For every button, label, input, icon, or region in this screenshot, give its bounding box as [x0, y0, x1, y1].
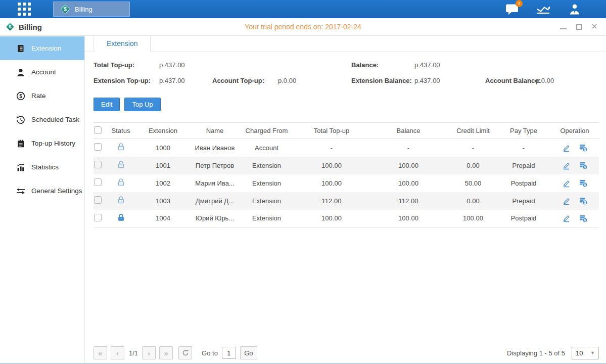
top-up-icon[interactable]: $ — [579, 196, 588, 205]
svg-text:$: $ — [584, 218, 586, 222]
page-size-value: 10 — [576, 349, 583, 357]
cell-pay-type: - — [497, 139, 550, 157]
scheduled-task-icon — [16, 115, 25, 124]
cell-pay-type: Postpaid — [497, 210, 550, 228]
billing-diamond-icon-small: $ — [5, 22, 15, 32]
total-topup-value: p.437.00 — [159, 61, 185, 69]
sidebar-item-scheduled-task[interactable]: Scheduled Task — [0, 108, 84, 131]
sidebar-item-general-settings[interactable]: General Settings — [0, 179, 84, 203]
cell-total-topup: 100.00 — [296, 210, 367, 228]
top-up-icon[interactable]: $ — [579, 143, 588, 152]
extension-topup-label: Extension Top-up: — [94, 77, 151, 84]
general-settings-icon — [16, 187, 25, 196]
row-checkbox[interactable] — [94, 161, 102, 168]
cell-extension: 1003 — [134, 192, 192, 210]
next-page-button[interactable]: › — [142, 346, 156, 359]
cell-charged-from: Extension — [238, 210, 296, 228]
table-row: 1002 Мария Ива... Extension 100.00 100.0… — [94, 174, 599, 192]
cell-pay-type: Prepaid — [497, 157, 550, 174]
sidebar-item-rate[interactable]: $ Rate — [0, 84, 84, 108]
tab-extension[interactable]: Extension — [94, 36, 151, 52]
column-header-balance: Balance — [367, 123, 449, 139]
first-page-button[interactable]: « — [94, 346, 107, 359]
edit-button[interactable]: Edit — [94, 98, 120, 111]
taskbar-billing-app[interactable]: $ Billing — [53, 2, 130, 17]
column-header-pay-type: Pay Type — [497, 123, 550, 139]
edit-icon[interactable] — [562, 179, 571, 188]
cell-total-topup: - — [296, 139, 367, 157]
row-checkbox[interactable] — [94, 178, 102, 186]
row-checkbox[interactable] — [94, 214, 102, 221]
column-header-status: Status — [108, 123, 134, 139]
sidebar-item-statistics[interactable]: Statistics — [0, 155, 84, 179]
page-size-select[interactable]: 10 ▼ — [572, 347, 599, 359]
edit-icon[interactable] — [562, 197, 571, 205]
monitor-chart-icon[interactable] — [536, 3, 550, 16]
table-row: 1001 Петр Петров Extension 100.00 100.00… — [94, 157, 599, 174]
row-checkbox[interactable] — [94, 143, 102, 151]
column-header-extension: Extension — [134, 123, 192, 139]
sidebar-item-label: General Settings — [31, 187, 82, 195]
app-launcher-icon[interactable] — [18, 3, 31, 16]
sidebar-item-topup-history[interactable]: Top-up History — [0, 131, 84, 155]
column-header-charged-from: Charged From — [238, 123, 296, 139]
tab-bar: Extension — [85, 36, 606, 52]
top-up-button[interactable]: Top Up — [124, 98, 160, 111]
displaying-text: Displaying 1 - 5 of 5 — [507, 349, 565, 357]
row-checkbox[interactable] — [94, 196, 102, 204]
edit-icon[interactable] — [562, 144, 571, 152]
cell-credit-limit: 50.00 — [449, 174, 497, 192]
user-icon[interactable] — [568, 3, 582, 16]
window-title: Billing — [19, 23, 42, 31]
svg-text:$: $ — [19, 93, 22, 99]
extension-icon — [16, 44, 25, 53]
system-topbar: $ Billing ! — [0, 0, 606, 18]
svg-text:$: $ — [584, 201, 586, 205]
cell-credit-limit: - — [449, 139, 497, 157]
sidebar-item-label: Statistics — [31, 163, 59, 171]
account-topup-label: Account Top-up: — [212, 77, 264, 84]
sidebar-item-label: Top-up History — [31, 140, 75, 147]
column-header-operation: Operation — [550, 123, 599, 139]
cell-total-topup: 100.00 — [296, 174, 367, 192]
prev-page-button[interactable]: ‹ — [111, 346, 124, 359]
notification-badge: ! — [516, 0, 523, 7]
sidebar-item-extension[interactable]: Extension — [0, 36, 84, 60]
taskbar-app-label: Billing — [75, 6, 92, 13]
cell-credit-limit: 0.00 — [449, 192, 497, 210]
maximize-icon[interactable] — [575, 23, 582, 30]
top-up-icon[interactable]: $ — [579, 178, 588, 188]
refresh-button[interactable] — [178, 346, 192, 359]
cell-balance: 100.00 — [367, 210, 449, 228]
cell-balance: 112.00 — [367, 192, 449, 210]
select-all-checkbox[interactable] — [94, 126, 102, 134]
minimize-icon[interactable] — [560, 23, 567, 30]
unlocked-icon — [117, 178, 125, 187]
edit-icon[interactable] — [562, 214, 571, 222]
locked-icon — [117, 213, 125, 222]
cell-extension: 1001 — [134, 157, 192, 174]
cell-name: Иван Иванов — [192, 139, 238, 157]
svg-text:$: $ — [584, 165, 586, 169]
go-button[interactable]: Go — [240, 346, 257, 359]
top-up-icon[interactable]: $ — [579, 214, 588, 223]
column-header-credit-limit: Credit Limit — [449, 123, 497, 139]
cell-name: Юрий Юрь... — [192, 210, 238, 228]
unlocked-icon — [117, 196, 125, 204]
billing-diamond-icon: $ — [60, 4, 71, 15]
top-up-icon[interactable]: $ — [579, 161, 588, 170]
messages-icon[interactable]: ! — [505, 3, 519, 16]
topup-history-icon — [16, 139, 25, 148]
cell-balance: 100.00 — [367, 174, 449, 192]
main-content: Extension Total Top-up: p.437.00 Balance… — [85, 36, 606, 363]
cell-charged-from: Extension — [238, 192, 296, 210]
sidebar-item-account[interactable]: Account — [0, 60, 84, 84]
cell-name: Мария Ива... — [192, 174, 238, 192]
edit-icon[interactable] — [562, 161, 571, 170]
close-icon[interactable]: ✕ — [591, 23, 598, 30]
total-topup-label: Total Top-up: — [94, 61, 134, 69]
rate-icon: $ — [16, 92, 25, 101]
last-page-button[interactable]: » — [159, 346, 173, 359]
cell-balance: 100.00 — [367, 157, 449, 174]
goto-page-input[interactable] — [222, 347, 236, 359]
